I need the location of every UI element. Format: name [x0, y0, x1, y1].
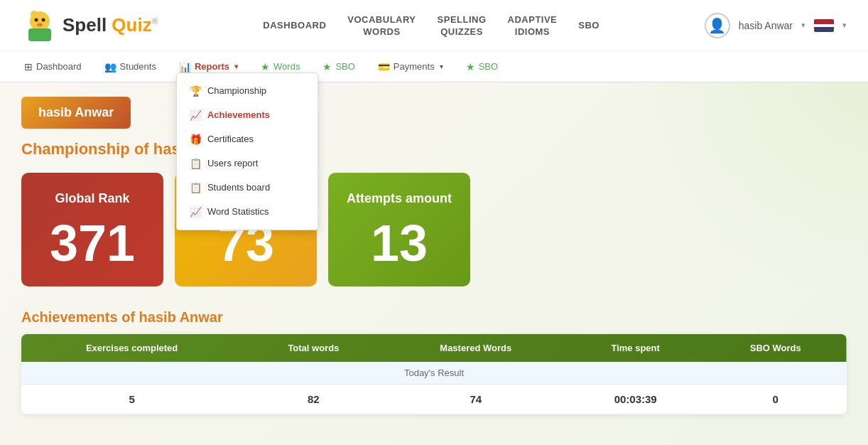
logo[interactable]: Spell Quiz®	[21, 7, 158, 44]
achievements-table: Exercises completed Total words Mastered…	[21, 334, 847, 414]
nav-dashboard[interactable]: DASHBOARD	[263, 20, 326, 31]
dropdown-achievements-label: Achievements	[207, 109, 270, 120]
svg-point-1	[35, 18, 38, 21]
col-mastered-words: Mastered Words	[385, 334, 567, 362]
achievements-title: Achievements of hasib Anwar	[21, 309, 847, 326]
attempts-amount-value: 13	[371, 218, 428, 269]
stats-row: Global Rank 371 Mastered Words 73 Attemp…	[21, 173, 847, 286]
dropdown-certificates[interactable]: 🎁 Certificates	[177, 127, 318, 151]
dropdown-championship[interactable]: 🏆 Championship	[177, 79, 318, 103]
main-content: hasib Anwar Championship of hasib Anwar …	[0, 82, 868, 445]
sbo2-star-icon: ★	[466, 61, 475, 73]
sidebar-item-reports[interactable]: 📊 Reports ▾	[176, 61, 241, 73]
reports-dropdown-menu: 🏆 Championship 📈 Achievements 🎁 Certific…	[176, 73, 318, 230]
user-name[interactable]: hasib Anwar	[739, 20, 793, 31]
main-navigation: DASHBOARD VOCABULARY WORDS SPELLING QUIZ…	[263, 14, 600, 37]
exercises-completed-value: 5	[21, 385, 242, 414]
secondary-navigation: ⊞ Dashboard 👥 Students 📊 Reports ▾ 🏆 Cha…	[0, 51, 868, 82]
sidebar-item-dashboard[interactable]: ⊞ Dashboard	[21, 61, 85, 73]
word-stats-icon: 📈	[190, 206, 202, 218]
sec-nav-words-label: Words	[273, 61, 300, 72]
nav-sbo[interactable]: SBO	[578, 20, 600, 31]
col-exercises: Exercises completed	[21, 334, 242, 362]
sec-nav-sbo1-label: SBO	[335, 61, 354, 72]
sbo1-star-icon: ★	[322, 61, 332, 73]
sidebar-item-payments[interactable]: 💳 Payments ▾	[375, 61, 446, 73]
flag-chevron[interactable]: ▾	[842, 21, 847, 30]
logo-text: Spell Quiz®	[63, 14, 158, 36]
sec-nav-students-label: Students	[120, 61, 156, 72]
words-star-icon: ★	[261, 61, 270, 73]
col-time-spent: Time spent	[567, 334, 705, 362]
nav-quizzes[interactable]: QUIZZES	[440, 26, 483, 37]
reports-dropdown-container: 📊 Reports ▾ 🏆 Championship 📈 Achievement…	[176, 61, 241, 73]
dropdown-word-statistics[interactable]: 📈 Word Statistics	[177, 200, 318, 224]
sec-nav-dashboard-label: Dashboard	[36, 61, 82, 72]
language-flag[interactable]	[814, 19, 834, 32]
nav-vocabulary[interactable]: VOCABULARY	[347, 14, 416, 25]
achievements-icon: 📈	[190, 109, 202, 121]
svg-point-3	[37, 23, 43, 26]
users-report-icon: 📋	[190, 158, 202, 169]
dropdown-students-board-label: Students board	[207, 182, 270, 193]
nav-words[interactable]: WORDS	[363, 26, 400, 37]
reports-icon: 📊	[179, 61, 191, 73]
global-rank-value: 371	[50, 218, 135, 269]
sidebar-item-students[interactable]: 👥 Students	[102, 61, 159, 73]
today-label: Today's Result	[21, 362, 847, 385]
user-chevron[interactable]: ▾	[801, 21, 805, 30]
attempts-amount-card: Attempts amount 13	[328, 173, 470, 286]
championship-title: Championship of hasib Anwar	[21, 140, 847, 159]
sidebar-item-sbo1[interactable]: ★ SBO	[320, 61, 357, 73]
mastered-words-row-value: 74	[385, 385, 567, 414]
dropdown-achievements[interactable]: 📈 Achievements	[177, 103, 318, 127]
dropdown-users-report-label: Users report	[207, 158, 259, 168]
students-board-icon: 📋	[190, 182, 202, 193]
dropdown-certificates-label: Certificates	[207, 134, 254, 144]
nav-spelling[interactable]: SPELLING	[438, 14, 487, 25]
time-spent-value: 00:03:39	[567, 385, 705, 414]
nav-idioms[interactable]: IDIOMS	[515, 26, 550, 37]
col-sbo-words: SBO Words	[704, 334, 847, 362]
top-navigation: Spell Quiz® DASHBOARD VOCABULARY WORDS S…	[0, 0, 868, 51]
mascot-icon	[21, 7, 58, 44]
sidebar-item-sbo2[interactable]: ★ SBO	[463, 61, 501, 73]
table-header-row: Exercises completed Total words Mastered…	[21, 334, 847, 362]
svg-point-5	[31, 11, 38, 18]
avatar: 👤	[705, 13, 730, 38]
sec-nav-reports-label: Reports	[195, 61, 229, 72]
col-total-words: Total words	[242, 334, 385, 362]
dropdown-students-board[interactable]: 📋 Students board	[177, 176, 318, 200]
user-badge: hasib Anwar	[21, 97, 131, 129]
total-words-value: 82	[242, 385, 385, 414]
attempts-amount-title: Attempts amount	[347, 191, 452, 206]
dropdown-users-report[interactable]: 📋 Users report	[177, 151, 318, 176]
dropdown-championship-label: Championship	[207, 85, 266, 96]
global-rank-card: Global Rank 371	[21, 173, 163, 286]
payments-icon: 💳	[378, 61, 390, 73]
svg-point-2	[42, 18, 45, 21]
sidebar-item-words[interactable]: ★ Words	[258, 61, 303, 73]
svg-rect-4	[28, 28, 51, 41]
today-result-row: Today's Result	[21, 362, 847, 385]
dropdown-word-statistics-label: Word Statistics	[207, 206, 268, 217]
global-rank-title: Global Rank	[55, 191, 129, 206]
reports-chevron: ▾	[234, 63, 238, 70]
sbo-words-value: 0	[704, 385, 847, 414]
sec-nav-sbo2-label: SBO	[479, 61, 498, 72]
championship-icon: 🏆	[190, 85, 202, 97]
students-icon: 👥	[104, 61, 116, 73]
certificates-icon: 🎁	[190, 134, 202, 145]
dashboard-icon: ⊞	[24, 61, 33, 73]
nav-adaptive[interactable]: ADAPTIVE	[508, 14, 558, 25]
payments-chevron: ▾	[440, 63, 443, 70]
sec-nav-payments-label: Payments	[394, 61, 435, 72]
user-area: 👤 hasib Anwar ▾ ▾	[705, 13, 847, 38]
table-row: 5 82 74 00:03:39 0	[21, 385, 847, 414]
